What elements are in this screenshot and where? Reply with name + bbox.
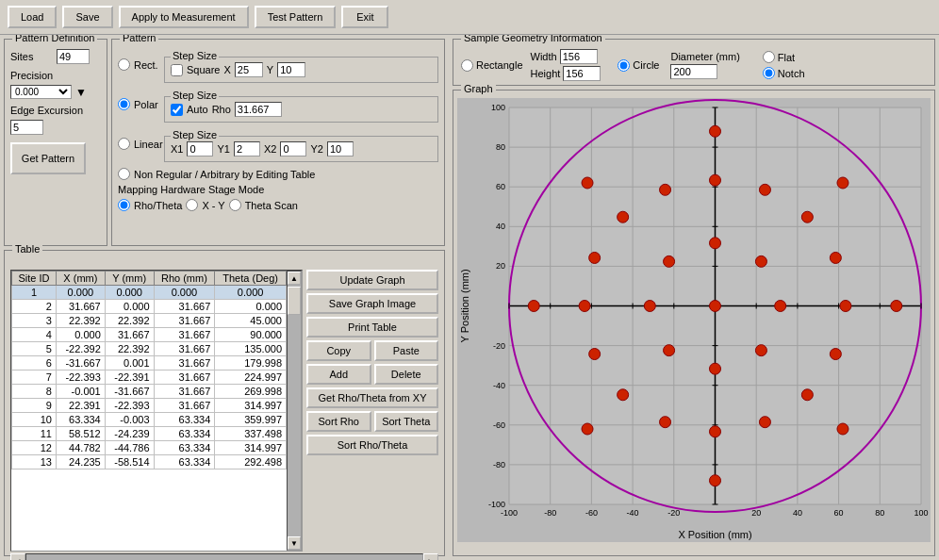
flat-radio[interactable] xyxy=(763,51,775,63)
square-checkbox[interactable] xyxy=(171,64,183,76)
table-cell: 0.001 xyxy=(105,356,154,371)
col-theta: Theta (Deg) xyxy=(215,272,287,286)
add-button[interactable]: Add xyxy=(306,364,371,385)
exit-button[interactable]: Exit xyxy=(341,6,388,28)
table-cell: 63.334 xyxy=(154,427,215,441)
table-cell: 359.997 xyxy=(215,413,287,427)
table-row[interactable]: 231.6670.00031.6670.000 xyxy=(12,300,287,314)
table-row[interactable]: 40.00031.66731.66790.000 xyxy=(12,328,287,342)
scroll-thumb[interactable] xyxy=(288,287,301,315)
xy-radio[interactable] xyxy=(186,199,198,211)
rect-radio-row: Rect. xyxy=(118,58,160,71)
table-scroll[interactable]: Site ID X (mm) Y (mm) Rho (mm) Theta (De… xyxy=(11,271,287,551)
table-row[interactable]: 7-22.393-22.39131.667224.997 xyxy=(12,371,287,385)
table-cell: 31.667 xyxy=(154,385,215,399)
get-pattern-button[interactable]: Get Pattern xyxy=(10,142,86,174)
auto-checkbox[interactable] xyxy=(171,104,183,116)
table-cell: 0.000 xyxy=(56,328,105,342)
table-row[interactable]: 6-31.6670.00131.667179.998 xyxy=(12,356,287,371)
col-x: X (mm) xyxy=(56,272,105,286)
pattern-group: Pattern Rect. Step Size Square xyxy=(111,39,445,246)
linear-radio[interactable] xyxy=(118,138,130,150)
height-input[interactable] xyxy=(563,66,601,81)
width-input[interactable] xyxy=(560,49,598,64)
circle-shape-radio[interactable] xyxy=(618,59,630,72)
table-row[interactable]: 1158.512-24.23963.334337.498 xyxy=(12,427,287,441)
sites-row: Sites xyxy=(10,49,101,64)
polar-radio[interactable] xyxy=(118,98,130,110)
scroll-up-arrow[interactable]: ▲ xyxy=(288,272,301,285)
save-button[interactable]: Save xyxy=(62,6,112,28)
x-input[interactable] xyxy=(235,62,263,77)
table-row[interactable]: 10.0000.0000.0000.000 xyxy=(12,286,287,300)
table-row[interactable]: 5-22.39222.39231.667135.000 xyxy=(12,342,287,356)
sites-input[interactable] xyxy=(57,49,90,64)
notch-radio[interactable] xyxy=(763,67,775,79)
rect-shape-radio[interactable] xyxy=(461,59,473,72)
rhotheta-radio[interactable] xyxy=(118,199,130,211)
sample-geometry-group: Sample Geometry Information Rectangle Wi… xyxy=(453,39,935,86)
rect-radio[interactable] xyxy=(118,58,130,71)
nonreg-radio[interactable] xyxy=(118,168,130,180)
h-scroll-track[interactable] xyxy=(25,553,423,560)
table-title: Table xyxy=(12,243,42,255)
table-row[interactable]: 1324.235-58.51463.334292.498 xyxy=(12,455,287,469)
col-y: Y (mm) xyxy=(105,272,154,286)
table-cell: -22.391 xyxy=(105,371,154,385)
table-cell: -22.393 xyxy=(105,399,154,413)
table-cell: 31.667 xyxy=(105,328,154,342)
print-table-button[interactable]: Print Table xyxy=(306,317,438,338)
table-cell: 58.512 xyxy=(56,427,105,441)
col-rho: Rho (mm) xyxy=(154,272,215,286)
height-field: Height xyxy=(531,66,601,81)
col-siteid: Site ID xyxy=(12,272,57,286)
test-button[interactable]: Test Pattern xyxy=(255,6,337,28)
copy-button[interactable]: Copy xyxy=(306,340,371,361)
table-scrollbar[interactable]: ▲ ▼ xyxy=(287,271,302,551)
table-cell: 10 xyxy=(12,413,57,427)
save-graph-button[interactable]: Save Graph Image xyxy=(306,293,438,314)
flat-notch-fields: Flat Notch xyxy=(763,51,805,79)
table-cell: 0.000 xyxy=(154,286,215,300)
y1-input[interactable] xyxy=(234,141,260,156)
table-row[interactable]: 8-0.001-31.66731.667269.998 xyxy=(12,385,287,399)
rho-input[interactable] xyxy=(235,102,282,117)
rho-label: Rho xyxy=(212,104,231,115)
load-button[interactable]: Load xyxy=(8,6,57,28)
linear-params-row: X1 Y1 X2 Y2 xyxy=(171,141,432,156)
table-cell: 44.782 xyxy=(56,441,105,455)
get-rho-theta-button[interactable]: Get Rho/Theta from XY xyxy=(306,387,438,408)
y2-label: Y2 xyxy=(310,143,322,155)
y2-input[interactable] xyxy=(327,141,354,156)
scroll-right-arrow[interactable]: ► xyxy=(423,553,438,560)
mapping-section: Mapping Hardware Stage Mode Rho/Theta X … xyxy=(118,184,438,211)
table-group: Table Site ID X (mm) Y (mm) Rho (mm) xyxy=(4,250,445,556)
x1-input[interactable] xyxy=(187,141,213,156)
table-cell: 7 xyxy=(12,371,57,385)
pattern-definition-group: Pattern Definition Sites Precision 0.000… xyxy=(4,39,107,246)
scroll-left-arrow[interactable]: ◄ xyxy=(10,553,25,560)
update-graph-button[interactable]: Update Graph xyxy=(306,270,438,290)
x2-input[interactable] xyxy=(280,141,306,156)
table-row[interactable]: 1063.334-0.00363.334359.997 xyxy=(12,413,287,427)
y-input[interactable] xyxy=(277,62,305,77)
sort-rho-button[interactable]: Sort Rho xyxy=(306,411,371,432)
paste-button[interactable]: Paste xyxy=(374,340,439,361)
scroll-down-arrow[interactable]: ▼ xyxy=(288,536,301,550)
table-row[interactable]: 322.39222.39231.66745.000 xyxy=(12,314,287,328)
table-cell: 24.235 xyxy=(56,455,105,469)
apply-button[interactable]: Apply to Measurement xyxy=(119,6,249,28)
sort-rhotheta-button[interactable]: Sort Rho/Theta xyxy=(306,435,438,455)
table-row[interactable]: 1244.782-44.78663.334314.997 xyxy=(12,441,287,455)
precision-select[interactable]: 0.000 xyxy=(10,85,72,99)
table-buttons: Update Graph Save Graph Image Print Tabl… xyxy=(306,270,438,552)
thetascan-radio[interactable] xyxy=(229,199,241,211)
table-cell: -31.667 xyxy=(105,385,154,399)
table-cell: 63.334 xyxy=(154,441,215,455)
edge-input[interactable] xyxy=(10,120,43,135)
content-area: Pattern Definition Sites Precision 0.000… xyxy=(0,35,939,560)
table-row[interactable]: 922.391-22.39331.667314.997 xyxy=(12,399,287,413)
delete-button[interactable]: Delete xyxy=(374,364,439,385)
diameter-input[interactable] xyxy=(670,64,717,79)
sort-theta-button[interactable]: Sort Theta xyxy=(374,411,439,432)
